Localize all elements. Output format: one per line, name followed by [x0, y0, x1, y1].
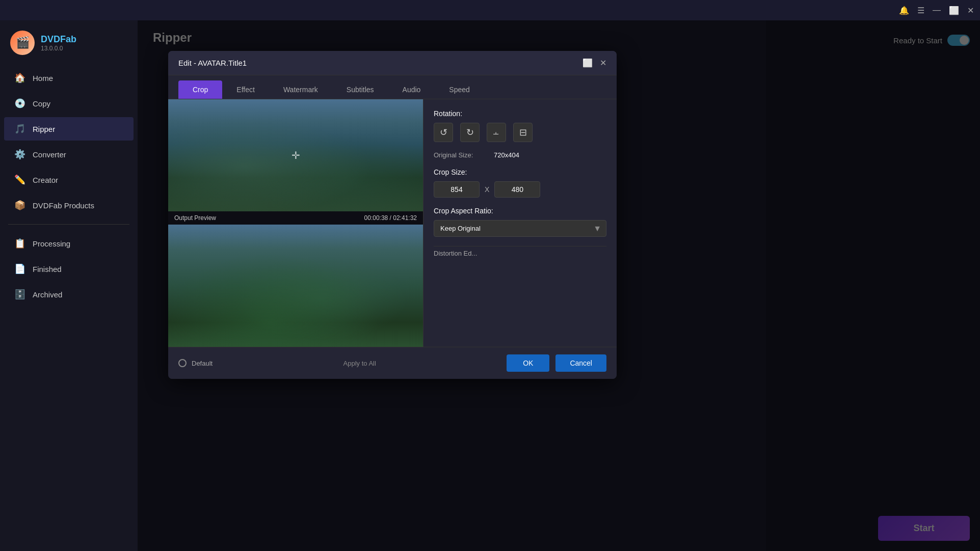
- distortion-partial-label: Distortion Ed...: [434, 246, 606, 257]
- maximize-icon[interactable]: ⬜: [949, 6, 959, 15]
- logo-text: DVDFab 13.0.0.0: [41, 34, 76, 52]
- apply-all-button[interactable]: Apply to All: [343, 360, 376, 367]
- aspect-ratio-row: Crop Aspect Ratio: Keep Original 16:9 4:…: [434, 207, 606, 237]
- aspect-ratio-select[interactable]: Keep Original 16:9 4:3 1:1 Custom: [434, 220, 606, 237]
- converter-icon: ⚙️: [14, 149, 25, 160]
- default-label: Default: [192, 360, 213, 367]
- maximize-dialog-icon[interactable]: ⬜: [582, 58, 593, 68]
- close-icon[interactable]: ✕: [967, 6, 974, 15]
- rotation-label: Rotation:: [434, 109, 606, 118]
- sidebar-item-archived[interactable]: 🗄️ Archived: [4, 283, 134, 306]
- tab-crop[interactable]: Crop: [178, 80, 222, 99]
- aspect-ratio-label: Crop Aspect Ratio:: [434, 207, 606, 215]
- app-logo: 🎬 DVDFab 13.0.0.0: [0, 25, 138, 65]
- sidebar-item-archived-label: Archived: [33, 290, 62, 299]
- crop-width-input[interactable]: [434, 181, 480, 198]
- tab-speed[interactable]: Speed: [435, 80, 484, 99]
- finished-icon: 📄: [14, 263, 25, 274]
- output-preview-label: Output Preview: [174, 214, 216, 222]
- ripper-icon: 🎵: [14, 123, 25, 134]
- sidebar-item-converter-label: Converter: [33, 150, 66, 159]
- sidebar-item-copy[interactable]: 💿 Copy: [4, 92, 134, 115]
- rotate-cw-btn[interactable]: ↻: [460, 123, 480, 142]
- dialog-footer: Default Apply to All OK Cancel: [168, 347, 617, 379]
- original-size-row: Original Size: 720x404: [434, 151, 606, 159]
- ok-button[interactable]: OK: [507, 354, 549, 372]
- title-bar: 🔔 ☰ — ⬜ ✕: [0, 0, 980, 20]
- sidebar-item-copy-label: Copy: [33, 99, 50, 108]
- processing-icon: 📋: [14, 238, 25, 249]
- creator-icon: ✏️: [14, 174, 25, 185]
- dialog-header: Edit - AVATAR.Title1 ⬜ ✕: [168, 51, 617, 75]
- edit-dialog: Edit - AVATAR.Title1 ⬜ ✕ Crop Effect Wat…: [168, 51, 617, 379]
- default-radio[interactable]: [178, 359, 187, 367]
- logo-emoji: 🎬: [16, 36, 30, 49]
- sidebar-item-finished[interactable]: 📄 Finished: [4, 257, 134, 281]
- sidebar-item-creator[interactable]: ✏️ Creator: [4, 168, 134, 191]
- crop-size-label: Crop Size:: [434, 168, 606, 176]
- sidebar-item-dvdfab-products[interactable]: 📦 DVDFab Products: [4, 194, 134, 217]
- minimize-icon[interactable]: —: [933, 6, 941, 15]
- menu-icon[interactable]: ☰: [917, 6, 924, 15]
- sidebar-item-home[interactable]: 🏠 Home: [4, 66, 134, 90]
- sidebar-item-products-label: DVDFab Products: [33, 201, 94, 210]
- sidebar-item-home-label: Home: [33, 74, 53, 82]
- sidebar-item-creator-label: Creator: [33, 176, 58, 184]
- footer-actions: OK Cancel: [507, 354, 606, 372]
- crosshair-icon: ✛: [292, 149, 300, 161]
- modal-overlay: Edit - AVATAR.Title1 ⬜ ✕ Crop Effect Wat…: [138, 20, 980, 551]
- dialog-header-actions: ⬜ ✕: [582, 58, 606, 68]
- notification-icon[interactable]: 🔔: [899, 6, 909, 15]
- aspect-ratio-select-wrapper: Keep Original 16:9 4:3 1:1 Custom ▼: [434, 220, 606, 237]
- sidebar-divider: [8, 224, 129, 225]
- preview-bottom: [168, 225, 423, 347]
- crop-settings: Rotation: ↺ ↻ ⫠ ⊟ Original Size: 720x4: [423, 99, 617, 347]
- sidebar-item-processing[interactable]: 📋 Processing: [4, 232, 134, 255]
- crop-size-inputs: X: [434, 181, 606, 198]
- cancel-button[interactable]: Cancel: [555, 354, 606, 372]
- sidebar-item-ripper[interactable]: 🎵 Ripper: [4, 117, 134, 141]
- tab-effect[interactable]: Effect: [222, 80, 269, 99]
- sidebar-item-processing-label: Processing: [33, 239, 70, 248]
- rotation-buttons: ↺ ↻ ⫠ ⊟: [434, 123, 606, 142]
- tab-audio[interactable]: Audio: [388, 80, 435, 99]
- default-row: Default: [178, 359, 213, 367]
- rotate-ccw-btn[interactable]: ↺: [434, 123, 453, 142]
- preview-time: 00:00:38 / 02:41:32: [364, 214, 417, 222]
- home-icon: 🏠: [14, 72, 25, 84]
- crop-x-separator: X: [485, 185, 489, 194]
- sidebar-item-ripper-label: Ripper: [33, 125, 55, 133]
- dialog-body: ✛ Output Preview 00:00:38 / 02:41:32: [168, 99, 617, 347]
- flip-v-btn[interactable]: ⊟: [513, 123, 533, 142]
- logo-icon: 🎬: [10, 31, 35, 55]
- app-name: DVDFab: [41, 34, 76, 45]
- sidebar-item-converter[interactable]: ⚙️ Converter: [4, 143, 134, 166]
- close-dialog-icon[interactable]: ✕: [600, 58, 606, 68]
- sidebar-item-finished-label: Finished: [33, 265, 62, 273]
- content-area: Ripper Ready to Start Start Edit - AVATA…: [138, 20, 980, 551]
- dialog-title: Edit - AVATAR.Title1: [178, 59, 247, 67]
- preview-bottom-image: [168, 225, 423, 347]
- products-icon: 📦: [14, 200, 25, 211]
- sidebar: 🎬 DVDFab 13.0.0.0 🏠 Home 💿 Copy 🎵 Ripper…: [0, 20, 138, 551]
- rotation-row: Rotation: ↺ ↻ ⫠ ⊟: [434, 109, 606, 142]
- crop-size-row: Crop Size: X: [434, 168, 606, 198]
- preview-top: ✛: [168, 99, 423, 211]
- crop-height-input[interactable]: [494, 181, 540, 198]
- tab-bar: Crop Effect Watermark Subtitles Audio Sp…: [168, 75, 617, 99]
- flip-h-btn[interactable]: ⫠: [487, 123, 506, 142]
- copy-icon: 💿: [14, 98, 25, 109]
- archived-icon: 🗄️: [14, 289, 25, 300]
- app-version: 13.0.0.0: [41, 45, 76, 52]
- preview-section: ✛ Output Preview 00:00:38 / 02:41:32: [168, 99, 423, 347]
- original-size-label: Original Size:: [434, 151, 490, 159]
- preview-label-bar: Output Preview 00:00:38 / 02:41:32: [168, 211, 423, 225]
- tab-watermark[interactable]: Watermark: [269, 80, 332, 99]
- original-size-value: 720x404: [494, 151, 519, 159]
- tab-subtitles[interactable]: Subtitles: [332, 80, 388, 99]
